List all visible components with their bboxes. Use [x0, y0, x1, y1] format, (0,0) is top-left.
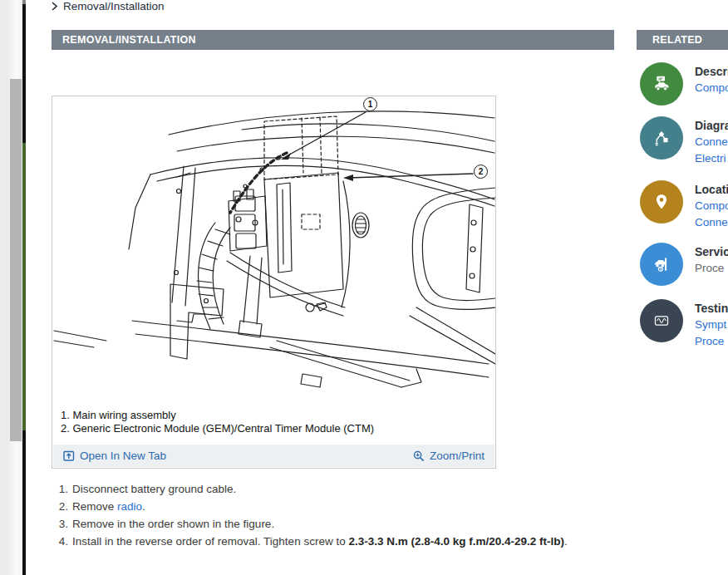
- zoom-print-icon: [413, 450, 425, 462]
- related-item-locations[interactable]: Locati Compo Conne: [640, 180, 728, 231]
- step-4: 4. Install in the reverse order of remov…: [53, 533, 568, 550]
- step-3-text: Remove in the order shown in the figure.: [72, 515, 274, 533]
- related-link[interactable]: Electri: [695, 150, 728, 167]
- related-item-service[interactable]: Servic Proce: [640, 243, 728, 286]
- open-in-new-tab-icon: [63, 450, 75, 461]
- related-info-title: RELATED INFO: [652, 34, 702, 66]
- step-4-number: 4.: [53, 533, 68, 550]
- related-link[interactable]: Proce: [695, 333, 728, 350]
- related-info-header: RELATED INFO: [637, 30, 728, 50]
- dashboard-line-drawing: [52, 98, 495, 399]
- callout-2-number: 2: [479, 167, 484, 176]
- related-title: Locati: [695, 181, 728, 198]
- step-3: 3. Remove in the order shown in the figu…: [53, 515, 568, 533]
- figure-action-bar: Open In New Tab Zoom/Print: [53, 445, 494, 467]
- step-2-text: Remove radio.: [72, 498, 145, 515]
- window-edge: [0, 0, 8, 575]
- related-title: Descri: [695, 63, 728, 80]
- car-description-icon: [640, 62, 683, 106]
- related-item-diagrams[interactable]: Diagra Conne Electri: [640, 116, 728, 167]
- step-1-number: 1.: [53, 480, 68, 498]
- panel-divider-green-segment: [22, 143, 26, 430]
- zoom-print-label: Zoom/Print: [430, 450, 485, 462]
- figure-caption-line-2: 2. Generic Electronic Module (GEM)/Centr…: [61, 422, 374, 435]
- figure-callout-1: 1: [363, 97, 377, 111]
- chevron-right-icon: [52, 2, 57, 11]
- section-title: REMOVAL/INSTALLATION: [62, 34, 196, 46]
- related-link[interactable]: Sympt: [695, 317, 728, 333]
- breadcrumb[interactable]: Removal/Installation: [52, 0, 165, 12]
- related-link[interactable]: Conne: [695, 134, 728, 150]
- related-link[interactable]: Proce: [695, 260, 728, 277]
- procedure-steps: 1. Disconnect battery ground cable. 2. R…: [53, 480, 568, 550]
- related-item-description[interactable]: Descri Compo: [640, 62, 728, 106]
- related-title: Diagra: [695, 117, 728, 134]
- related-link[interactable]: Conne: [695, 214, 728, 231]
- radio-link[interactable]: radio: [117, 500, 142, 513]
- related-link[interactable]: Compo: [695, 80, 728, 96]
- zoom-print-link[interactable]: Zoom/Print: [413, 450, 485, 462]
- torque-spec: 2.3-3.3 N.m (2.8-4.0 kg f.m/20.4-29.2 ft…: [348, 535, 564, 548]
- figure-caption-line-1: 1. Main wiring assembly: [61, 409, 374, 422]
- wiring-diagram-icon: [640, 116, 683, 160]
- step-3-number: 3.: [53, 515, 68, 533]
- breadcrumb-label[interactable]: Removal/Installation: [63, 0, 165, 12]
- location-pin-icon: [640, 180, 683, 224]
- scrollbar-thumb[interactable]: [10, 79, 22, 441]
- section-header: REMOVAL/INSTALLATION: [52, 30, 614, 50]
- related-title: Testin: [695, 300, 728, 317]
- callout-1-number: 1: [368, 100, 373, 109]
- step-4-text: Install in the reverse order of removal.…: [72, 533, 568, 550]
- figure-panel: 1 2 1. Main wiring assembly 2. Generic E…: [52, 96, 496, 469]
- panel-divider-cap: [22, 0, 26, 4]
- page: Removal/Installation REMOVAL/INSTALLATIO…: [0, 0, 728, 575]
- service-lift-icon: [640, 243, 683, 286]
- open-in-new-tab-link[interactable]: Open In New Tab: [63, 450, 166, 462]
- waveform-icon: [640, 299, 683, 342]
- step-2-number: 2.: [53, 498, 68, 515]
- figure-captions: 1. Main wiring assembly 2. Generic Elect…: [61, 409, 374, 435]
- step-2: 2. Remove radio.: [53, 498, 568, 515]
- figure-callout-2: 2: [474, 165, 488, 179]
- open-in-new-tab-label: Open In New Tab: [80, 450, 166, 462]
- related-link[interactable]: Compo: [695, 198, 728, 214]
- step-1-text: Disconnect battery ground cable.: [72, 480, 236, 498]
- related-title: Servic: [695, 243, 728, 260]
- related-item-testing[interactable]: Testin Sympt Proce: [640, 299, 728, 350]
- step-1: 1. Disconnect battery ground cable.: [53, 480, 568, 498]
